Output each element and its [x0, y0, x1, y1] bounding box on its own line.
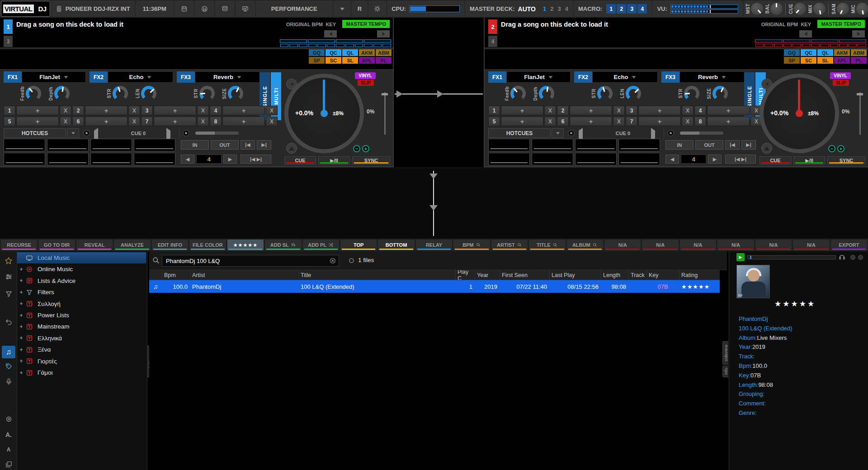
hotcue-slot-7[interactable]	[575, 153, 617, 165]
preview-knob-2[interactable]	[858, 255, 863, 260]
loop-in-button[interactable]: IN	[181, 140, 209, 150]
power-button[interactable]	[195, 1, 214, 17]
fx-knob-str[interactable]: STR	[678, 86, 699, 101]
expander-icon[interactable]: +	[18, 324, 24, 330]
expander-icon[interactable]: +	[18, 347, 24, 353]
pad-number-7[interactable]: 7	[626, 117, 637, 126]
cue-button[interactable]: CUE	[284, 156, 316, 164]
hotcues-mode-dropdown[interactable]: HOTCUES	[488, 128, 551, 138]
preview-knob-1[interactable]	[850, 255, 855, 260]
hotcues-mode-dropdown[interactable]: HOTCUES	[4, 128, 66, 138]
master-deck-option-2[interactable]: 2	[550, 5, 553, 12]
font-small-icon[interactable]: A	[3, 444, 14, 455]
pitch-fader-handle[interactable]	[857, 93, 863, 95]
view-mode-selector[interactable]: PERFORMANCE	[256, 1, 333, 17]
stem-button-gq[interactable]: GQ	[784, 49, 800, 56]
hotcue-slot-1[interactable]	[488, 139, 530, 151]
expander-icon[interactable]: +	[18, 370, 24, 376]
fx-select-dropdown[interactable]: FlanJet	[506, 71, 571, 83]
sidebar-item-filters[interactable]: +Filters	[17, 287, 146, 298]
mic-icon[interactable]	[3, 376, 14, 387]
fx-knob-str[interactable]: STR	[193, 86, 215, 101]
macro-button-2[interactable]: 2	[617, 4, 626, 14]
table-row[interactable]: ♫100.0PhantomDj100 L&Q (Extended)1201907…	[149, 280, 720, 293]
pad-clear-button-4[interactable]: X	[266, 106, 278, 115]
pad-clear-button-6[interactable]: X	[128, 117, 140, 126]
cue-prev-button[interactable]	[579, 131, 583, 139]
stem-button-apl[interactable]: APL	[359, 57, 375, 64]
beatjump-slider[interactable]	[680, 132, 723, 135]
pitch-bend-plus-button[interactable]	[286, 143, 297, 154]
cue-next-button[interactable]	[166, 131, 170, 139]
pad-add-button-3[interactable]: +	[154, 106, 196, 115]
expander-icon[interactable]: +	[18, 312, 24, 319]
stem-button-qc[interactable]: QC	[326, 49, 341, 56]
pad-add-button-6[interactable]: +	[85, 117, 127, 126]
music-note-icon[interactable]: ♫	[2, 346, 15, 358]
deck-number-tab[interactable]: 2	[488, 19, 497, 34]
sidebar-item-ξένα[interactable]: +Ξένα	[17, 344, 146, 355]
zoom-out-button[interactable]: −	[828, 145, 835, 152]
mixer-knob-sam[interactable]: SAM	[831, 3, 849, 15]
sidebar-item-power-lists[interactable]: +Power Lists	[17, 310, 146, 321]
stem-button-abm[interactable]: ABM	[376, 49, 392, 56]
hotcue-slot-6[interactable]	[47, 153, 89, 165]
stem-button-sp[interactable]: SP	[784, 57, 800, 64]
master-tempo-button[interactable]: MASTER TEMPO	[817, 20, 865, 28]
knob-dial-icon[interactable]	[794, 3, 806, 15]
hotcues-chevron-button[interactable]	[552, 128, 564, 138]
search-input[interactable]	[162, 255, 339, 267]
toolbar-button-n-a[interactable]: N/A	[680, 240, 716, 250]
stem-button-sc[interactable]: SC	[801, 57, 816, 64]
fx-knob-str[interactable]: STR	[107, 86, 128, 101]
mixer-knob-mst[interactable]: MST	[745, 3, 763, 15]
pad-number-8[interactable]: 8	[694, 117, 706, 126]
jump-forward-button[interactable]: ▶|	[741, 140, 756, 150]
pad-number-3[interactable]: 3	[141, 106, 153, 115]
toolbar-button-bottom[interactable]: BOTTOM	[378, 240, 414, 250]
fx-knob-depth[interactable]: Depth	[48, 86, 70, 101]
expander-icon[interactable]: +	[18, 358, 24, 364]
mixer-knob-mix[interactable]: MIX	[808, 3, 826, 15]
fx-enable-button[interactable]: FX1	[4, 71, 22, 83]
pad-number-6[interactable]: 6	[557, 117, 569, 126]
beatjump-slider[interactable]	[195, 132, 239, 135]
key-down-button[interactable]	[324, 30, 337, 38]
sidebar-item-συλλογή[interactable]: +Συλλογή	[17, 298, 146, 310]
pad-number-5[interactable]: 5	[488, 117, 500, 126]
hotcue-slot-2[interactable]	[532, 139, 573, 151]
cue-button[interactable]: CUE	[760, 156, 791, 164]
mixer-knob-cue[interactable]: CUE	[788, 3, 806, 15]
toolbar-button-top[interactable]: TOP	[340, 240, 377, 250]
knob-dial-icon[interactable]	[712, 86, 728, 101]
record-button[interactable]: R	[352, 1, 368, 17]
loop-move-button[interactable]: |◀ ▶|	[241, 155, 271, 164]
toolbar-button-album[interactable]: ALBUM	[567, 240, 603, 250]
pad-number-4[interactable]: 4	[694, 106, 706, 115]
cue-prev-button[interactable]	[94, 131, 98, 139]
stem-button-ql[interactable]: QL	[342, 49, 358, 56]
popout-icon[interactable]	[3, 459, 14, 470]
master-deck-option-4[interactable]: 4	[565, 5, 568, 12]
display-button[interactable]	[236, 1, 255, 17]
toolbar-button-n-a[interactable]: N/A	[793, 240, 829, 250]
toolbar-button-add-pl[interactable]: ADD PL	[303, 240, 339, 250]
master-tempo-button[interactable]: MASTER TEMPO	[342, 20, 390, 28]
toolbar-button-file-color[interactable]: FILE COLOR	[189, 240, 226, 250]
macro-button-3[interactable]: 3	[627, 4, 637, 14]
toolbar-button-relay[interactable]: RELAY	[416, 240, 452, 250]
cue-next-button[interactable]	[651, 131, 655, 139]
star-icon[interactable]	[3, 255, 14, 266]
toolbar-button-reveal[interactable]: REVEAL	[76, 240, 113, 250]
fx-enable-button[interactable]: FX2	[90, 71, 108, 83]
expander-icon[interactable]: +	[18, 277, 24, 284]
pad-add-button-5[interactable]: +	[16, 117, 59, 126]
slip-mode-button[interactable]: SLIP	[833, 80, 849, 86]
sidebar-item-γιορτές[interactable]: +Γιορτές	[17, 356, 146, 367]
key-down-button[interactable]	[799, 30, 812, 38]
mixer-knob-bal[interactable]: BAL	[765, 3, 783, 15]
stem-button-sl[interactable]: SL	[342, 57, 358, 64]
column-header-icon[interactable]	[149, 270, 162, 280]
zoom-in-button[interactable]: +	[837, 145, 844, 152]
loop-out-button[interactable]: OUT	[695, 140, 723, 150]
